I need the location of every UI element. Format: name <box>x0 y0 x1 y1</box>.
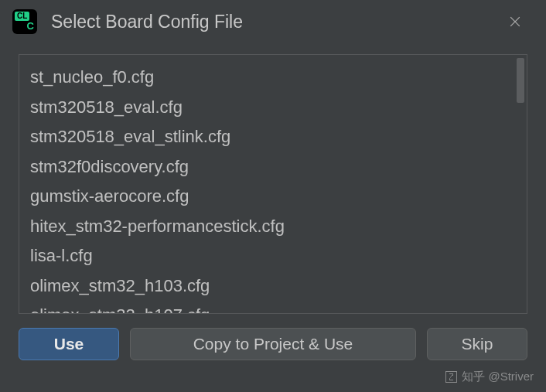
scrollbar-thumb[interactable] <box>517 58 524 103</box>
app-icon: CL C <box>12 9 37 34</box>
use-button[interactable]: Use <box>19 328 119 360</box>
list-item[interactable]: hitex_stm32-performancestick.cfg <box>30 212 516 242</box>
app-icon-letter: C <box>27 20 34 32</box>
close-icon <box>507 14 523 29</box>
watermark-text: 知乎 @Striver <box>462 370 534 384</box>
dialog-title: Select Board Config File <box>51 12 500 32</box>
content-area: st_nucleo_f0.cfg stm320518_eval.cfg stm3… <box>0 43 546 314</box>
watermark: 🅉 知乎 @Striver <box>445 370 534 384</box>
button-row: Use Copy to Project & Use Skip <box>0 314 546 360</box>
list-item[interactable]: stm32f0discovery.cfg <box>30 152 516 182</box>
close-button[interactable] <box>500 6 531 37</box>
zhihu-icon: 🅉 <box>445 370 457 383</box>
copy-to-project-button[interactable]: Copy to Project & Use <box>130 328 416 360</box>
list-item[interactable]: olimex_stm32_h103.cfg <box>30 271 516 302</box>
list-item[interactable]: st_nucleo_f0.cfg <box>30 63 516 93</box>
list-item[interactable]: gumstix-aerocore.cfg <box>30 182 516 212</box>
file-list-box: st_nucleo_f0.cfg stm320518_eval.cfg stm3… <box>19 54 527 314</box>
list-item[interactable]: olimex_stm32_h107.cfg <box>30 301 516 313</box>
titlebar: CL C Select Board Config File <box>0 0 546 43</box>
file-list[interactable]: st_nucleo_f0.cfg stm320518_eval.cfg stm3… <box>19 55 527 313</box>
list-item[interactable]: stm320518_eval_stlink.cfg <box>30 122 516 152</box>
skip-button[interactable]: Skip <box>427 328 527 360</box>
list-item[interactable]: lisa-l.cfg <box>30 241 516 271</box>
list-item[interactable]: stm320518_eval.cfg <box>30 93 516 123</box>
